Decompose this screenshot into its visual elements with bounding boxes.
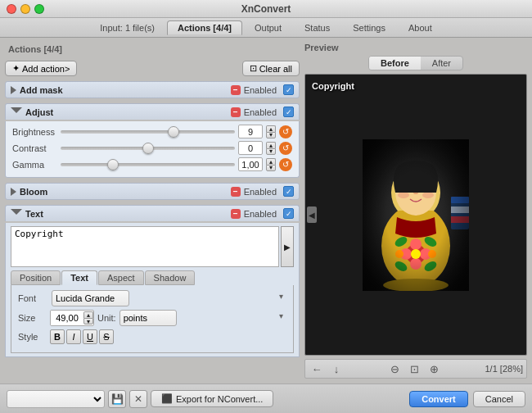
delete-icon: ✕	[134, 393, 142, 405]
remove-adjust-button[interactable]: −	[231, 107, 241, 117]
main-content: Actions [4/4] ✦ Add action> ⊡ Clear all …	[0, 38, 532, 384]
gamma-reset-button[interactable]: ↺	[279, 158, 292, 171]
plus-icon: ✦	[12, 63, 20, 74]
bloom-enabled-checkbox[interactable]: ✓	[283, 186, 294, 197]
preview-toolbar: ← ↓ ⊖ ⊡ ⊕ 1/1 [28%]	[304, 359, 527, 379]
contrast-stepper[interactable]: ▴ ▾	[266, 142, 276, 155]
clear-all-button[interactable]: ⊡ Clear all	[242, 61, 300, 76]
action-row-add-mask: Add mask − Enabled ✓	[5, 81, 300, 98]
window-controls[interactable]	[7, 4, 44, 14]
zoom-in-button[interactable]: ⊕	[426, 361, 443, 376]
delete-preset-button[interactable]: ✕	[129, 390, 147, 408]
adjust-section: Adjust − Enabled ✓ Brightness 9 ▴ ▾	[5, 103, 300, 178]
bottom-select[interactable]	[7, 390, 105, 408]
size-input[interactable]	[51, 311, 83, 325]
svg-rect-30	[363, 139, 469, 291]
underline-button[interactable]: U	[83, 329, 97, 344]
sub-tab-aspect[interactable]: Aspect	[98, 270, 144, 285]
contrast-slider[interactable]	[61, 147, 235, 150]
unit-select-wrapper: points	[119, 310, 286, 326]
action-row-text: Text − Enabled ✓	[5, 205, 300, 221]
save-icon: 💾	[111, 393, 124, 405]
before-button[interactable]: Before	[369, 57, 421, 70]
zoom-out-button[interactable]: ⊖	[387, 361, 404, 376]
add-action-button[interactable]: ✦ Add action>	[5, 61, 77, 76]
left-panel: Actions [4/4] ✦ Add action> ⊡ Clear all …	[5, 43, 300, 379]
unit-select[interactable]: points	[119, 310, 177, 326]
brightness-value[interactable]: 9	[238, 125, 263, 138]
size-stepper-down[interactable]: ▾	[83, 318, 93, 324]
sub-tab-content-text: Font Lucida Grande Size	[11, 285, 294, 353]
preview-label: Preview	[304, 43, 527, 52]
remove-text-button[interactable]: −	[231, 209, 241, 219]
remove-mask-button[interactable]: −	[231, 85, 241, 95]
expand-adjust-icon[interactable]	[11, 107, 22, 117]
export-icon: ⬛	[161, 393, 173, 404]
preview-zoom-info: 1/1 [28%]	[485, 364, 523, 374]
expand-text-icon[interactable]	[11, 209, 22, 219]
sub-tab-text[interactable]: Text	[61, 270, 97, 285]
strikethrough-button[interactable]: S	[99, 329, 114, 344]
tab-output[interactable]: Output	[244, 20, 292, 35]
brightness-reset-button[interactable]: ↺	[279, 125, 292, 138]
fit-button[interactable]: ⊡	[407, 361, 423, 376]
unit-label: Unit:	[97, 313, 116, 323]
tab-settings[interactable]: Settings	[342, 20, 396, 35]
convert-button[interactable]: Convert	[409, 391, 468, 407]
tab-bar: Input: 1 file(s) Actions [4/4] Output St…	[0, 18, 532, 38]
sub-tabs: Position Text Aspect Shadow	[11, 270, 294, 285]
gamma-thumb[interactable]	[107, 159, 119, 170]
brightness-stepper[interactable]: ▴ ▾	[266, 125, 276, 138]
arrow-left-button[interactable]: ←	[309, 361, 325, 376]
size-input-wrapper: ▴ ▾	[50, 310, 94, 326]
minimize-button[interactable]	[20, 4, 30, 14]
contrast-thumb[interactable]	[142, 143, 154, 154]
preview-image-area: Copyright	[304, 74, 527, 356]
tab-actions[interactable]: Actions [4/4]	[167, 20, 242, 35]
maximize-button[interactable]	[34, 4, 44, 14]
mask-enabled-checkbox[interactable]: ✓	[283, 84, 294, 95]
preview-tools: ← ↓	[309, 361, 345, 376]
italic-button[interactable]: I	[66, 329, 81, 344]
actions-header: Actions [4/4]	[5, 43, 65, 56]
save-preset-button[interactable]: 💾	[108, 390, 126, 408]
brightness-thumb[interactable]	[168, 126, 179, 138]
brightness-slider[interactable]	[61, 130, 235, 134]
gamma-value[interactable]: 1,00	[238, 157, 263, 171]
action-row-bloom: Bloom − Enabled ✓	[5, 183, 300, 200]
gamma-slider[interactable]	[61, 163, 235, 166]
text-textarea[interactable]: Copyright	[11, 226, 279, 267]
text-enabled-checkbox[interactable]: ✓	[283, 208, 294, 219]
tab-status[interactable]: Status	[294, 20, 340, 35]
preview-nav-left[interactable]: ◀	[307, 206, 317, 223]
before-after-bar: Before After	[368, 56, 463, 70]
text-expand-button[interactable]: ▶	[281, 226, 294, 267]
arrow-down-button[interactable]: ↓	[328, 361, 345, 376]
adjust-enabled-checkbox[interactable]: ✓	[283, 107, 294, 117]
bold-button[interactable]: B	[50, 329, 65, 344]
adjust-body: Brightness 9 ▴ ▾ ↺ Contrast	[5, 121, 300, 178]
sub-tab-position[interactable]: Position	[11, 270, 61, 285]
remove-bloom-button[interactable]: −	[231, 187, 241, 197]
tab-about[interactable]: About	[398, 20, 443, 35]
actions-toolbar: ✦ Add action> ⊡ Clear all	[5, 61, 300, 76]
brightness-row: Brightness 9 ▴ ▾ ↺	[12, 125, 292, 138]
cancel-button[interactable]: Cancel	[473, 391, 525, 407]
contrast-value[interactable]: 0	[238, 141, 263, 155]
expand-mask-icon[interactable]	[11, 86, 16, 94]
export-button[interactable]: ⬛ Export for NConvert...	[151, 390, 273, 407]
after-button[interactable]: After	[421, 57, 462, 70]
size-stepper[interactable]: ▴ ▾	[83, 311, 93, 324]
expand-bloom-icon[interactable]	[11, 188, 16, 196]
sub-tab-shadow[interactable]: Shadow	[145, 270, 196, 285]
tab-input[interactable]: Input: 1 file(s)	[89, 20, 165, 35]
text-body: Copyright ▶ Position Text Aspect Shadow …	[5, 223, 300, 357]
close-button[interactable]	[7, 4, 16, 14]
gamma-stepper[interactable]: ▴ ▾	[266, 158, 276, 171]
gamma-stepper-down[interactable]: ▾	[266, 165, 276, 171]
contrast-stepper-down[interactable]: ▾	[266, 148, 276, 155]
brightness-stepper-down[interactable]: ▾	[266, 132, 276, 138]
right-panel: Preview Before After Copyright	[304, 43, 527, 379]
contrast-reset-button[interactable]: ↺	[279, 142, 292, 155]
font-select[interactable]: Lucida Grande	[52, 290, 129, 306]
